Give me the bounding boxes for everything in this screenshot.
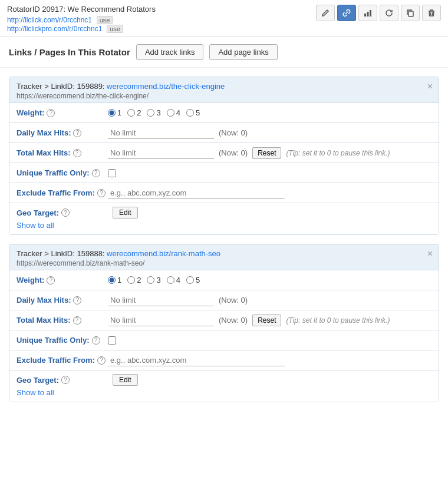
geo-help-1[interactable]: ? xyxy=(61,208,70,217)
total-max-content-1: (Now: 0) Reset (Tip: set it to 0 to paus… xyxy=(108,147,431,159)
exclude-traffic-input-2[interactable] xyxy=(108,355,285,366)
geo-top-2: Geo Target: ? Edit xyxy=(17,374,138,386)
page-toolbar: Links / Pages In This Rotator Add track … xyxy=(0,37,448,68)
geo-top-1: Geo Target: ? Edit xyxy=(17,207,138,219)
daily-max-now-1: (Now: 0) xyxy=(219,128,248,137)
unique-traffic-row-2: Unique Traffic Only: ? xyxy=(9,330,439,350)
geo-edit-2[interactable]: Edit xyxy=(113,374,138,386)
unique-traffic-row-1: Unique Traffic Only: ? xyxy=(9,163,439,183)
exclude-traffic-label-1: Exclude Traffic From: ? xyxy=(17,188,108,197)
weight-radio-1-3[interactable]: 3 xyxy=(147,108,160,117)
weight-label-2: Weight: ? xyxy=(17,276,108,284)
weight-radio-1-1[interactable]: 1 xyxy=(108,108,121,117)
weight-row-1: Weight: ? 1 2 3 4 xyxy=(9,102,439,123)
daily-max-help-2[interactable]: ? xyxy=(73,296,81,304)
daily-max-input-2[interactable] xyxy=(108,294,214,306)
unique-traffic-content-2 xyxy=(108,336,431,345)
weight-radio-2-4[interactable]: 4 xyxy=(167,276,180,284)
link-name-2[interactable]: werecommend.biz/rank-math-seo xyxy=(107,249,220,258)
weight-help-icon-2[interactable]: ? xyxy=(47,276,55,284)
total-max-input-1[interactable] xyxy=(108,147,214,159)
weight-radio-2-5[interactable]: 5 xyxy=(186,276,200,284)
copy-button[interactable] xyxy=(401,5,420,21)
link-button[interactable] xyxy=(337,5,356,21)
header-toolbar xyxy=(316,5,441,21)
total-max-row-2: Total Max Hits: ? (Now: 0) Reset (Tip: s… xyxy=(9,310,439,330)
use-badge-2: use xyxy=(107,25,123,33)
daily-max-content-1: (Now: 0) xyxy=(108,127,431,139)
link-card-2-header: Tracker > LinkID: 159888: werecommend.bi… xyxy=(9,244,439,270)
unique-traffic-label-2: Unique Traffic Only: ? xyxy=(17,336,108,345)
daily-max-input-1[interactable] xyxy=(108,127,214,139)
total-max-now-1: (Now: 0) xyxy=(219,148,248,157)
add-track-links-button[interactable]: Add track links xyxy=(136,44,204,60)
use-badge-1: use xyxy=(97,16,113,24)
close-card-2-button[interactable]: × xyxy=(427,249,433,259)
exclude-traffic-input-1[interactable] xyxy=(108,187,285,199)
link-name-1[interactable]: werecommend.biz/the-click-engine xyxy=(107,82,225,91)
total-max-input-2[interactable] xyxy=(108,315,214,326)
refresh-button[interactable] xyxy=(380,5,398,21)
geo-label-1: Geo Target: ? xyxy=(17,208,108,217)
weight-label-1: Weight: ? xyxy=(17,108,108,117)
header-title: RotatorID 20917: We Recommend Rotators xyxy=(7,5,156,14)
weight-radio-1-5[interactable]: 5 xyxy=(186,108,200,117)
unique-traffic-checkbox-1[interactable] xyxy=(108,169,116,177)
exclude-traffic-content-2 xyxy=(108,355,431,366)
daily-max-help-1[interactable]: ? xyxy=(73,129,81,137)
header-left: RotatorID 20917: We Recommend Rotators h… xyxy=(7,5,156,33)
daily-max-label-2: Daily Max Hits: ? xyxy=(17,296,108,304)
daily-max-row-1: Daily Max Hits: ? (Now: 0) xyxy=(9,123,439,143)
close-card-1-button[interactable]: × xyxy=(427,82,433,91)
geo-help-2[interactable]: ? xyxy=(61,376,70,384)
link-card-1: Tracker > LinkID: 159889: werecommend.bi… xyxy=(9,77,439,235)
unique-traffic-checkbox-2[interactable] xyxy=(108,336,116,345)
total-max-help-2[interactable]: ? xyxy=(73,316,81,325)
chart-button[interactable] xyxy=(358,5,377,21)
delete-button[interactable] xyxy=(422,5,441,21)
weight-radio-2-3[interactable]: 3 xyxy=(147,276,160,284)
header-link1[interactable]: http://llclick.com/r/0rcchnc1 xyxy=(7,16,92,24)
link-id-label-2: LinkID: 159888: xyxy=(51,249,104,258)
weight-radio-2-1[interactable]: 1 xyxy=(108,276,121,284)
geo-edit-1[interactable]: Edit xyxy=(113,207,138,219)
add-page-links-button[interactable]: Add page links xyxy=(209,44,277,60)
total-max-reset-2[interactable]: Reset xyxy=(252,315,281,326)
link-card-2-url: https://werecommend.biz/rank-math-seo/ xyxy=(17,259,431,267)
page-toolbar-title: Links / Pages In This Rotator xyxy=(9,47,130,57)
card-2-rows: Weight: ? 1 2 3 4 xyxy=(9,270,439,402)
exclude-traffic-help-1[interactable]: ? xyxy=(97,189,106,197)
weight-radio-1-2[interactable]: 2 xyxy=(127,108,141,117)
weight-row-2: Weight: ? 1 2 3 4 xyxy=(9,270,439,290)
exclude-traffic-help-2[interactable]: ? xyxy=(97,356,106,365)
unique-traffic-content-1 xyxy=(108,169,431,177)
geo-label-2: Geo Target: ? xyxy=(17,376,108,385)
total-max-tip-1: (Tip: set it to 0 to pause this link.) xyxy=(286,149,390,157)
weight-radio-2-2[interactable]: 2 xyxy=(127,276,141,284)
edit-button[interactable] xyxy=(316,5,335,21)
tracker-label-2: Tracker xyxy=(17,249,42,258)
weight-help-icon-1[interactable]: ? xyxy=(47,109,55,117)
total-max-label-2: Total Max Hits: ? xyxy=(17,316,108,325)
link-card-2: Tracker > LinkID: 159888: werecommend.bi… xyxy=(9,244,439,402)
header: RotatorID 20917: We Recommend Rotators h… xyxy=(0,0,448,37)
daily-max-content-2: (Now: 0) xyxy=(108,294,431,306)
header-link1-row: http://llclick.com/r/0rcchnc1 use xyxy=(7,15,156,24)
weight-options-1: 1 2 3 4 5 xyxy=(108,108,431,117)
show-to-link-2[interactable]: Show to all xyxy=(17,388,54,397)
unique-traffic-help-2[interactable]: ? xyxy=(92,336,100,345)
show-to-link-1[interactable]: Show to all xyxy=(17,221,54,230)
total-max-reset-1[interactable]: Reset xyxy=(252,147,281,159)
weight-radio-1-4[interactable]: 4 xyxy=(167,108,180,117)
geo-target-row-2: Geo Target: ? Edit Show to all xyxy=(9,370,439,402)
unique-traffic-help-1[interactable]: ? xyxy=(92,169,100,177)
weight-options-2: 1 2 3 4 5 xyxy=(108,276,431,284)
total-max-help-1[interactable]: ? xyxy=(73,149,81,157)
daily-max-row-2: Daily Max Hits: ? (Now: 0) xyxy=(9,290,439,310)
total-max-tip-2: (Tip: set it to 0 to pause this link.) xyxy=(286,316,390,325)
geo-target-row-1: Geo Target: ? Edit Show to all xyxy=(9,203,439,234)
exclude-traffic-content-1 xyxy=(108,187,431,199)
daily-max-now-2: (Now: 0) xyxy=(219,296,248,304)
header-link2[interactable]: http://llclickpro.com/r/0rcchnc1 xyxy=(7,25,102,33)
unique-traffic-label-1: Unique Traffic Only: ? xyxy=(17,168,108,177)
